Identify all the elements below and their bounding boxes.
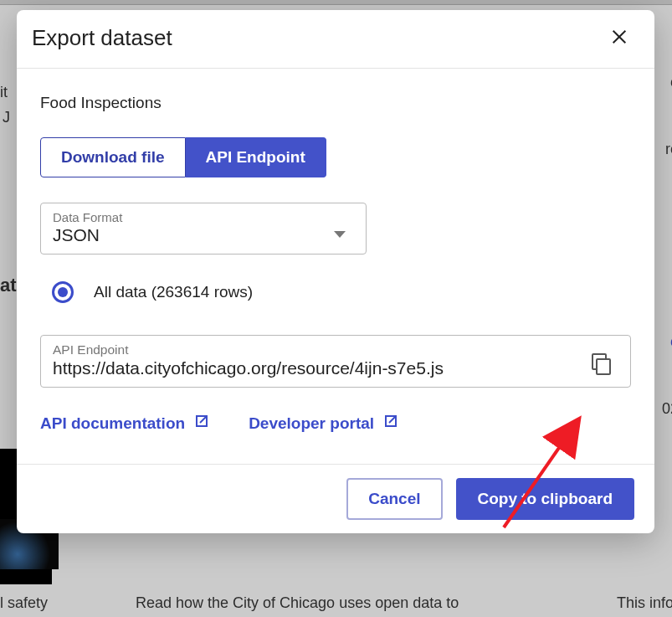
link-label: API documentation <box>40 414 185 433</box>
doc-links-row: API documentation Developer portal <box>40 413 631 434</box>
tab-api-endpoint[interactable]: API Endpoint <box>186 137 326 177</box>
endpoint-label: API Endpoint <box>53 342 618 357</box>
dropdown-value: JSON <box>53 225 354 245</box>
modal-title: Export dataset <box>32 25 172 51</box>
radio-label: All data (263614 rows) <box>94 283 253 301</box>
dropdown-label: Data Format <box>53 210 354 224</box>
radio-icon <box>52 281 74 303</box>
export-mode-tabs: Download file API Endpoint <box>40 137 631 177</box>
modal-header: Export dataset <box>17 10 654 69</box>
modal-footer: Cancel Copy to clipboard <box>17 464 654 533</box>
svg-marker-2 <box>334 231 346 238</box>
copy-icon[interactable] <box>590 352 612 379</box>
data-format-dropdown[interactable]: Data Format JSON <box>40 203 367 255</box>
external-link-icon <box>193 413 210 434</box>
dataset-name: Food Inspections <box>40 94 631 112</box>
copy-to-clipboard-button[interactable]: Copy to clipboard <box>456 478 635 520</box>
export-dataset-modal: Export dataset Food Inspections Download… <box>17 10 654 533</box>
close-icon <box>610 28 628 49</box>
api-documentation-link[interactable]: API documentation <box>40 413 210 434</box>
link-label: Developer portal <box>249 414 374 433</box>
developer-portal-link[interactable]: Developer portal <box>249 413 399 434</box>
close-button[interactable] <box>608 27 631 50</box>
radio-all-data[interactable]: All data (263614 rows) <box>52 281 631 303</box>
modal-body: Food Inspections Download file API Endpo… <box>17 69 654 464</box>
cancel-button[interactable]: Cancel <box>346 478 442 520</box>
svg-rect-4 <box>597 359 610 374</box>
radio-dot <box>58 287 68 297</box>
api-endpoint-field[interactable]: API Endpoint https://data.cityofchicago.… <box>40 335 631 388</box>
chevron-down-icon <box>334 227 346 242</box>
endpoint-value: https://data.cityofchicago.org/resource/… <box>53 358 555 378</box>
tab-download-file[interactable]: Download file <box>40 137 186 177</box>
external-link-icon <box>382 413 399 434</box>
